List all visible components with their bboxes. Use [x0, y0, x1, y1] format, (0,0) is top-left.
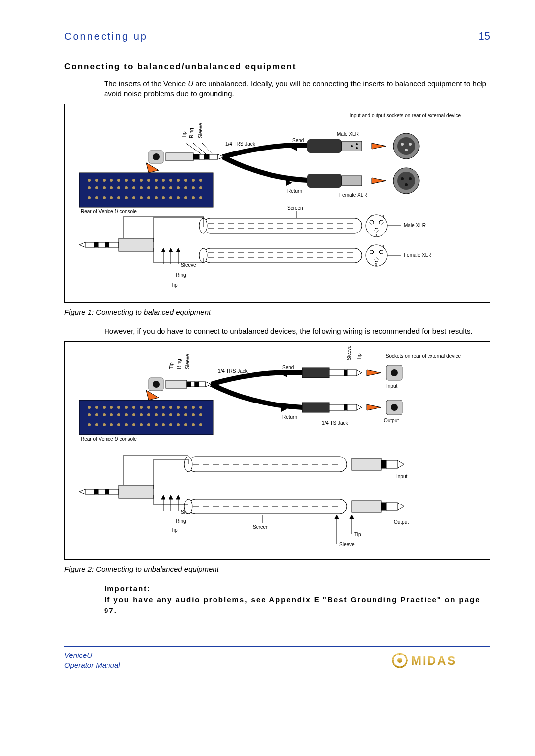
fig2-ext-socket-top [386, 365, 402, 380]
svg-point-101 [374, 228, 378, 232]
fig2-arrow-input [367, 370, 381, 376]
fig2-ts-dplug-top [352, 458, 404, 470]
mid-paragraph: However, if you do have to connect to un… [104, 326, 490, 336]
svg-point-123 [199, 406, 202, 409]
svg-rect-162 [199, 382, 206, 387]
page-number: 15 [479, 30, 490, 43]
p1a: The inserts of the Venice [104, 79, 186, 88]
svg-point-133 [155, 413, 158, 416]
svg-rect-169 [347, 370, 356, 376]
svg-point-43 [169, 196, 172, 199]
intro-paragraph: The inserts of the Venice U are unbalanc… [104, 79, 490, 99]
svg-rect-82 [119, 238, 154, 251]
svg-point-24 [147, 186, 150, 189]
svg-rect-168 [344, 370, 347, 376]
svg-point-137 [184, 413, 187, 416]
svg-point-149 [155, 423, 158, 426]
svg-rect-54 [209, 154, 218, 159]
svg-point-213 [397, 658, 402, 663]
fig1-tube-top [199, 218, 362, 233]
svg-rect-65 [342, 176, 362, 186]
fig2-console-rect [79, 400, 213, 435]
fig2-screen: Screen [253, 524, 268, 530]
svg-point-177 [391, 369, 398, 376]
svg-point-134 [162, 413, 165, 416]
svg-point-120 [177, 406, 180, 409]
svg-point-61 [356, 143, 358, 145]
svg-rect-80 [105, 242, 109, 247]
svg-rect-160 [191, 382, 195, 387]
svg-marker-190 [169, 495, 173, 499]
fig1-male-xlr-d: Male XLR [404, 223, 426, 228]
fig1-pin3a: 3 [375, 233, 377, 237]
svg-point-104 [370, 250, 374, 254]
svg-point-5 [125, 179, 128, 182]
svg-point-138 [192, 413, 195, 416]
fig1-arrow-to-input [372, 143, 386, 149]
svg-point-145 [125, 423, 128, 426]
svg-point-13 [184, 179, 187, 182]
figure-2-svg: Sockets on rear of external device Rear … [69, 346, 486, 554]
svg-point-179 [391, 404, 398, 411]
svg-point-74 [409, 177, 412, 180]
svg-rect-161 [195, 382, 199, 387]
fig2-d-sleeve-r: Sleeve [339, 542, 355, 547]
fig2-ring-v: Ring [176, 359, 182, 369]
svg-point-31 [199, 186, 202, 189]
midas-logo-icon: MIDAS [391, 652, 490, 669]
svg-point-126 [103, 413, 106, 416]
svg-marker-180 [79, 489, 85, 494]
svg-point-41 [155, 196, 158, 199]
svg-rect-159 [187, 382, 191, 387]
svg-point-75 [405, 183, 408, 186]
svg-point-136 [177, 413, 180, 416]
svg-marker-203 [397, 460, 404, 468]
svg-point-130 [132, 413, 135, 416]
svg-rect-173 [344, 404, 347, 410]
fig2-ts-dplug-bottom [352, 501, 404, 512]
svg-point-127 [110, 413, 113, 416]
fig1-d-ring: Ring [176, 272, 186, 278]
fig1-male-xlr-label: Male XLR [337, 131, 359, 137]
fig2-sleeve-v: Sleeve [185, 354, 190, 369]
svg-point-68 [401, 143, 404, 146]
svg-rect-50 [166, 153, 193, 161]
svg-point-0 [88, 179, 91, 182]
svg-point-21 [125, 186, 128, 189]
svg-point-114 [132, 406, 135, 409]
fig2-input-d: Input [396, 474, 407, 479]
figure-2-box: Sockets on rear of external device Rear … [64, 341, 490, 560]
fig2-output-d: Output [394, 519, 409, 525]
svg-point-135 [169, 413, 172, 416]
svg-marker-209 [350, 515, 354, 519]
svg-point-9 [155, 179, 158, 182]
svg-rect-90 [203, 218, 362, 233]
svg-line-56 [186, 143, 201, 154]
fig1-trs-diagram-plug [79, 238, 154, 251]
fig1-arrow-console [146, 163, 159, 173]
svg-point-47 [199, 196, 202, 199]
fig2-d-tip-r: Tip [354, 532, 361, 537]
fig2-d-ring: Ring [176, 518, 186, 524]
svg-point-34 [103, 196, 106, 199]
svg-point-139 [199, 413, 202, 416]
svg-rect-51 [193, 154, 199, 159]
svg-point-12 [177, 179, 180, 182]
svg-marker-175 [356, 404, 362, 410]
svg-point-99 [370, 220, 374, 224]
svg-point-113 [125, 406, 128, 409]
fig2-d-tip: Tip [171, 527, 178, 533]
svg-point-143 [110, 423, 113, 426]
svg-point-3 [110, 179, 113, 182]
svg-point-121 [184, 406, 187, 409]
fig1-tip-v: Tip [181, 131, 187, 138]
fig1-pin2a: 2 [370, 214, 372, 218]
svg-point-7 [140, 179, 143, 182]
p2: However, if you do have to connect to un… [104, 326, 490, 336]
fig2-tube-bottom [184, 499, 347, 514]
brand-logo: MIDAS [391, 652, 490, 669]
fig1-d-tip: Tip [171, 282, 178, 288]
svg-point-29 [184, 186, 187, 189]
important-note: Important: If you have any audio problem… [104, 583, 490, 617]
svg-rect-94 [203, 248, 362, 263]
